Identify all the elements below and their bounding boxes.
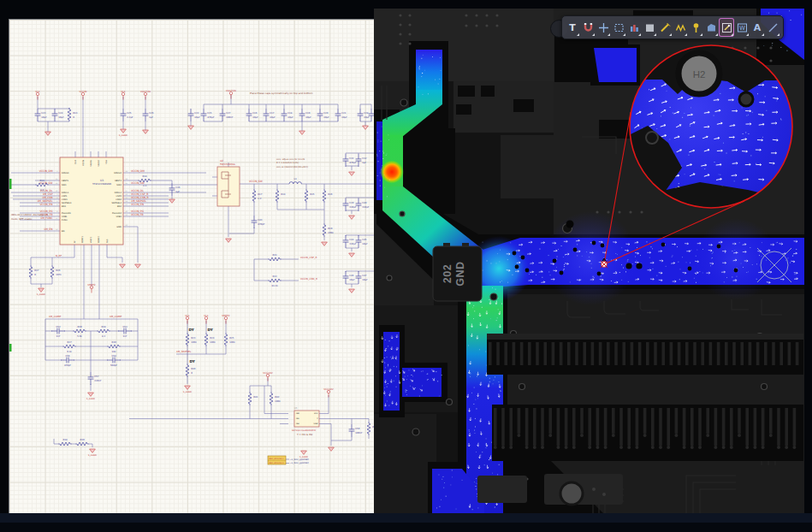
highlighted-net-tick[interactable]	[9, 344, 12, 352]
tool-magnet-snap[interactable]	[580, 18, 596, 37]
sch-component[interactable]	[118, 328, 132, 334]
highlighted-net-tick[interactable]	[9, 179, 12, 189]
sch-component[interactable]	[356, 198, 362, 211]
sch-component[interactable]	[252, 189, 256, 203]
pcb-canvas[interactable]: 202 GND	[374, 9, 804, 513]
sch-component[interactable]	[289, 182, 301, 184]
sch-component[interactable]	[121, 109, 127, 121]
sch-component[interactable]	[268, 279, 282, 282]
sch-text: 1µF	[149, 116, 153, 119]
component-net-label: GND	[454, 261, 466, 286]
sch-component[interactable]	[323, 189, 326, 203]
tool-fill-region[interactable]	[642, 18, 657, 37]
sch-text: VL1	[185, 314, 190, 317]
component-u3-ic[interactable]	[60, 157, 123, 245]
sch-component[interactable]	[186, 333, 189, 346]
sch-text: SW1	[62, 184, 67, 186]
sch-component[interactable]	[186, 364, 189, 377]
sch-component[interactable]	[356, 154, 362, 167]
sch-text: R26	[56, 269, 60, 272]
sch-component[interactable]	[343, 198, 349, 211]
sch-component[interactable]	[224, 333, 228, 346]
sch-component[interactable]	[252, 216, 258, 228]
sch-component[interactable]	[143, 109, 149, 121]
sch-component[interactable]	[343, 154, 349, 167]
sch-component[interactable]	[246, 109, 252, 121]
tool-crosshair[interactable]	[596, 18, 611, 37]
sch-text: VBST1	[62, 180, 68, 182]
sch-text: 100k	[229, 341, 235, 344]
sch-component[interactable]	[51, 328, 65, 334]
sch-component[interactable]	[201, 109, 207, 121]
schematic-canvas[interactable]: DRVH11VCCIN_DMVBST121SW122VCCIN_SWDRVL12…	[9, 20, 375, 514]
tool-annotate-active[interactable]	[719, 18, 734, 37]
sch-component[interactable]	[343, 271, 349, 284]
sch-component[interactable]	[204, 333, 208, 346]
sch-text: 470µF	[349, 162, 357, 164]
sch-component[interactable]	[282, 109, 287, 121]
tool-waveform[interactable]	[673, 18, 688, 37]
sch-component[interactable]	[220, 109, 226, 121]
sch-component[interactable]	[68, 108, 71, 121]
sch-component[interactable]	[248, 392, 252, 405]
sch-text: 307k	[56, 274, 62, 276]
sch-component[interactable]	[268, 257, 282, 261]
sch-text: C47	[362, 275, 366, 277]
tool-polygon[interactable]	[703, 18, 719, 37]
sch-component[interactable]	[107, 345, 121, 348]
sch-component[interactable]	[323, 223, 326, 237]
pcb-analysis-panel[interactable]: 202 GND	[374, 9, 804, 513]
tool-histogram[interactable]	[626, 18, 642, 37]
tool-text-filter[interactable]: T	[565, 18, 580, 37]
sch-text: R23	[191, 337, 195, 340]
sch-component[interactable]	[349, 424, 355, 437]
sch-component[interactable]	[305, 189, 308, 203]
ground-symbol	[143, 130, 149, 133]
sch-component[interactable]	[356, 235, 362, 248]
tool-line-draw[interactable]	[765, 18, 780, 37]
sch-component[interactable]	[62, 345, 76, 348]
sch-component[interactable]	[58, 442, 72, 446]
sch-component[interactable]	[107, 358, 121, 364]
sch-component[interactable]	[97, 329, 110, 333]
schematic-editor-panel[interactable]: DRVH11VCCIN_DMVBST121SW122VCCIN_SWDRVL12…	[9, 19, 374, 513]
sch-component[interactable]	[73, 329, 86, 333]
sch-component[interactable]	[29, 265, 33, 279]
sch-text: 2.2	[40, 189, 44, 192]
sch-component[interactable]	[75, 442, 89, 446]
tool-probe-key[interactable]	[688, 18, 703, 37]
sch-component[interactable]	[270, 392, 273, 405]
sch-component[interactable]	[356, 271, 362, 284]
sch-component[interactable]	[335, 109, 341, 121]
sch-text: R13	[73, 112, 77, 115]
component-u2-mosfet[interactable]	[217, 167, 240, 206]
sch-text: VCCIN_EN	[39, 203, 52, 206]
tool-text-label[interactable]: A	[750, 18, 765, 37]
sch-text: S_AGND	[86, 398, 95, 400]
tool-selection-box[interactable]	[611, 18, 626, 37]
tool-measure-caliper[interactable]	[657, 18, 673, 37]
tool-window-area[interactable]: W	[734, 18, 750, 37]
sch-component[interactable]	[276, 189, 279, 203]
pcb-component-202-gnd[interactable]: 202 GND	[433, 243, 482, 301]
sch-component[interactable]	[299, 109, 305, 121]
sch-component[interactable]	[188, 109, 194, 121]
sch-component[interactable]	[88, 372, 94, 385]
sch-text: S_AGND	[88, 454, 97, 457]
sch-component[interactable]	[358, 109, 364, 121]
sch-component[interactable]	[50, 265, 54, 279]
line-icon	[768, 22, 779, 33]
sch-component[interactable]	[61, 358, 74, 364]
ground-symbol	[120, 264, 126, 268]
sch-component[interactable]	[367, 422, 370, 435]
sch-text: 1nF	[123, 335, 127, 338]
sch-component[interactable]	[52, 109, 58, 121]
sch-component[interactable]	[317, 109, 323, 121]
sch-text: 0	[191, 372, 193, 375]
sch-component[interactable]	[343, 235, 349, 248]
sch-component[interactable]	[35, 109, 41, 121]
sch-text: C15	[207, 112, 211, 115]
sch-component[interactable]	[264, 109, 270, 121]
sch-text: C27	[226, 112, 230, 115]
sch-text: mode, OFF enable	[11, 217, 33, 221]
